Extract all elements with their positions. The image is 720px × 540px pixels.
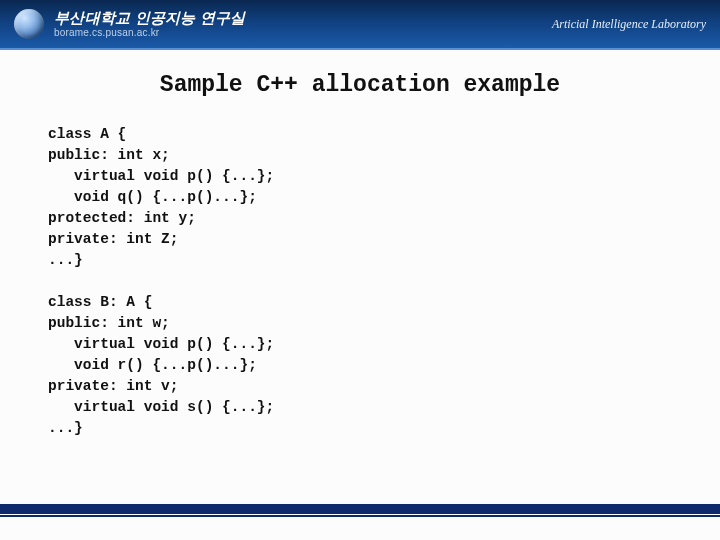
- footer-bar-thin: [0, 515, 720, 517]
- slide-content: Sample C++ allocation example class A { …: [0, 48, 720, 439]
- footer-bar-thick: [0, 504, 720, 514]
- brand-title: 부산대학교 인공지능 연구실: [54, 10, 246, 27]
- lab-name: Articial Intelligence Laboratory: [552, 17, 706, 32]
- code-block: class A { public: int x; virtual void p(…: [48, 124, 672, 439]
- header-bar: 부산대학교 인공지능 연구실 borame.cs.pusan.ac.kr Art…: [0, 0, 720, 48]
- brand-subtitle: borame.cs.pusan.ac.kr: [54, 27, 246, 39]
- brand-block: 부산대학교 인공지능 연구실 borame.cs.pusan.ac.kr: [54, 10, 246, 39]
- slide-title: Sample C++ allocation example: [48, 72, 672, 98]
- footer-decoration: [0, 504, 720, 522]
- globe-logo-icon: [14, 9, 44, 39]
